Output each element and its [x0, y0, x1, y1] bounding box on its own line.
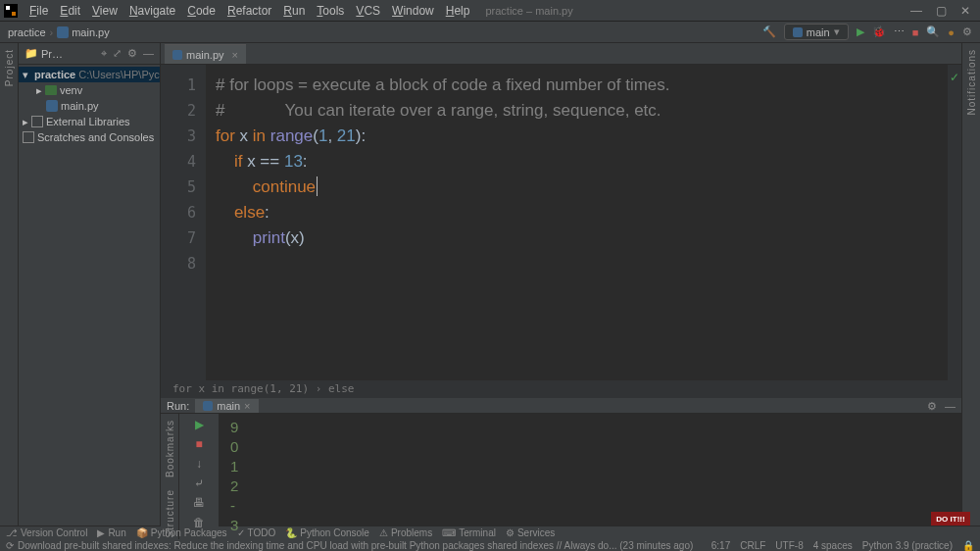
- menu-view[interactable]: View: [86, 4, 123, 18]
- expand-all-icon[interactable]: ⤢: [113, 47, 122, 60]
- run-configuration-selector[interactable]: main ▾: [784, 24, 849, 40]
- menu-run[interactable]: Run: [277, 4, 311, 18]
- python-file-icon: [172, 50, 182, 60]
- library-icon: [31, 116, 43, 127]
- bottom-tool-python-packages[interactable]: 📦 Python Packages: [136, 527, 227, 538]
- rerun-button[interactable]: ▶: [195, 418, 204, 431]
- status-eol[interactable]: CRLF: [740, 540, 765, 551]
- status-indexing-icon[interactable]: ⟳: [6, 540, 14, 551]
- menu-code[interactable]: Code: [181, 4, 221, 18]
- navigation-bar: practice › main.py 🔨 main ▾ ▶ 🐞 ⋯ ■ 🔍 ● …: [0, 22, 980, 43]
- bottom-tool-python-console[interactable]: 🐍 Python Console: [285, 527, 369, 538]
- tool-icon: ✓: [237, 527, 245, 538]
- line-gutter[interactable]: 12345678: [161, 65, 206, 380]
- app-logo-icon: [4, 4, 18, 18]
- print-icon[interactable]: 🖶: [193, 496, 205, 510]
- run-tab[interactable]: main ×: [195, 399, 258, 413]
- editor-tab-label: main.py: [186, 49, 224, 61]
- menu-file[interactable]: File: [24, 4, 54, 18]
- tree-mainpy[interactable]: main.py: [19, 98, 160, 114]
- bottom-tool-run[interactable]: ▶ Run: [97, 527, 125, 538]
- bottom-tool-terminal[interactable]: ⌨ Terminal: [442, 527, 496, 538]
- rail-structure[interactable]: Structure: [165, 489, 175, 538]
- ide-updates-icon[interactable]: ●: [948, 26, 955, 38]
- run-tool-window: Run: main × ⚙ — Bookmarks Structure ▶: [161, 398, 961, 526]
- editor-overview-ruler[interactable]: ✓: [948, 65, 961, 380]
- bottom-tool-services[interactable]: ⚙ Services: [506, 527, 555, 538]
- status-caret-pos[interactable]: 6:17: [711, 540, 730, 551]
- maximize-button[interactable]: ▢: [936, 4, 947, 18]
- minimize-button[interactable]: —: [910, 4, 922, 18]
- run-settings-gear-icon[interactable]: ⚙: [927, 400, 937, 413]
- python-file-icon: [46, 100, 58, 112]
- code-breadcrumb[interactable]: for x in range(1, 21) › else: [161, 380, 961, 398]
- chevron-down-icon: ▾: [834, 25, 840, 38]
- tree-root-label: practice: [34, 69, 75, 80]
- menu-bar: FileEditViewNavigateCodeRefactorRunTools…: [0, 0, 980, 22]
- console-output[interactable]: 9012-3: [219, 414, 961, 539]
- code-editor[interactable]: # for loops = execute a block of code a …: [206, 65, 948, 380]
- select-opened-icon[interactable]: ⌖: [101, 47, 107, 60]
- close-button[interactable]: ✕: [960, 4, 970, 18]
- bottom-tool-todo[interactable]: ✓ TODO: [237, 527, 276, 538]
- debug-button[interactable]: 🐞: [872, 25, 886, 38]
- tree-venv-label: venv: [60, 84, 82, 96]
- tree-root[interactable]: ▾ practice C:\Users\HP\Pych: [19, 67, 160, 82]
- status-encoding[interactable]: UTF-8: [775, 540, 803, 551]
- editor-tabs: main.py ×: [161, 43, 961, 65]
- chevron-right-icon: ▸: [23, 116, 28, 128]
- menu-vcs[interactable]: VCS: [350, 4, 386, 18]
- bottom-tool-problems[interactable]: ⚠ Problems: [379, 527, 432, 538]
- settings-gear-icon[interactable]: ⚙: [127, 47, 137, 60]
- python-file-icon: [793, 27, 803, 37]
- search-everywhere-button[interactable]: 🔍: [926, 25, 940, 38]
- more-run-options[interactable]: ⋯: [894, 25, 905, 38]
- stop-button[interactable]: ■: [195, 437, 202, 451]
- rail-notifications[interactable]: Notifications: [966, 49, 977, 115]
- editor-tab-mainpy[interactable]: main.py ×: [165, 44, 246, 64]
- project-panel-title: Pr…: [41, 48, 63, 60]
- project-tool-window: 📁 Pr… ⌖ ⤢ ⚙ — ▾ practice C:\Users\HP\Pyc…: [19, 43, 161, 526]
- status-interpreter[interactable]: Python 3.9 (practice): [862, 540, 953, 551]
- hide-panel-icon[interactable]: —: [945, 400, 956, 413]
- tree-venv[interactable]: ▸ venv: [19, 82, 160, 98]
- menu-refactor[interactable]: Refactor: [221, 4, 277, 18]
- crumb-file[interactable]: main.py: [72, 26, 110, 38]
- watermark-badge: DO IT!!!: [931, 512, 970, 526]
- hide-panel-icon[interactable]: —: [143, 47, 154, 60]
- tree-external-libraries[interactable]: ▸ External Libraries: [19, 114, 160, 129]
- svg-rect-1: [6, 6, 10, 10]
- close-tab-icon[interactable]: ×: [232, 49, 238, 61]
- python-file-icon: [203, 401, 213, 411]
- stop-button[interactable]: ■: [912, 26, 919, 38]
- status-indent[interactable]: 4 spaces: [813, 540, 853, 551]
- chevron-down-icon: ▾: [23, 69, 28, 81]
- bottom-tool-version-control[interactable]: ⎇ Version Control: [6, 527, 87, 538]
- close-tab-icon[interactable]: ×: [244, 400, 250, 412]
- rail-project[interactable]: Project: [4, 49, 15, 86]
- run-config-label: main: [807, 26, 830, 38]
- menu-navigate[interactable]: Navigate: [123, 4, 181, 18]
- project-tree[interactable]: ▾ practice C:\Users\HP\Pych ▸ venv main.…: [19, 65, 160, 147]
- chevron-right-icon: ›: [50, 26, 54, 38]
- tree-file-label: main.py: [61, 100, 99, 112]
- status-lock-icon[interactable]: 🔒: [962, 540, 974, 551]
- settings-gear-icon[interactable]: ⚙: [962, 25, 972, 38]
- status-message[interactable]: Download pre-built shared indexes: Reduc…: [18, 540, 693, 551]
- soft-wrap-icon[interactable]: ⤶: [194, 476, 204, 490]
- run-button[interactable]: ▶: [857, 25, 864, 38]
- crumb-project[interactable]: practice: [8, 26, 46, 38]
- editor-area: main.py × 12345678 # for loops = execute…: [161, 43, 961, 526]
- menu-edit[interactable]: Edit: [54, 4, 86, 18]
- tree-scratches[interactable]: Scratches and Consoles: [19, 129, 160, 145]
- menu-window[interactable]: Window: [386, 4, 440, 18]
- tool-icon: ⚙: [506, 527, 514, 538]
- rail-bookmarks[interactable]: Bookmarks: [165, 420, 175, 477]
- tool-icon: 📦: [136, 527, 148, 538]
- build-hammer-icon[interactable]: 🔨: [762, 25, 776, 38]
- menu-help[interactable]: Help: [440, 4, 476, 18]
- folder-icon: 📁: [24, 47, 38, 60]
- menu-tools[interactable]: Tools: [311, 4, 350, 18]
- scroll-to-end-icon[interactable]: ↓: [196, 457, 202, 471]
- project-panel-header: 📁 Pr… ⌖ ⤢ ⚙ —: [19, 43, 160, 65]
